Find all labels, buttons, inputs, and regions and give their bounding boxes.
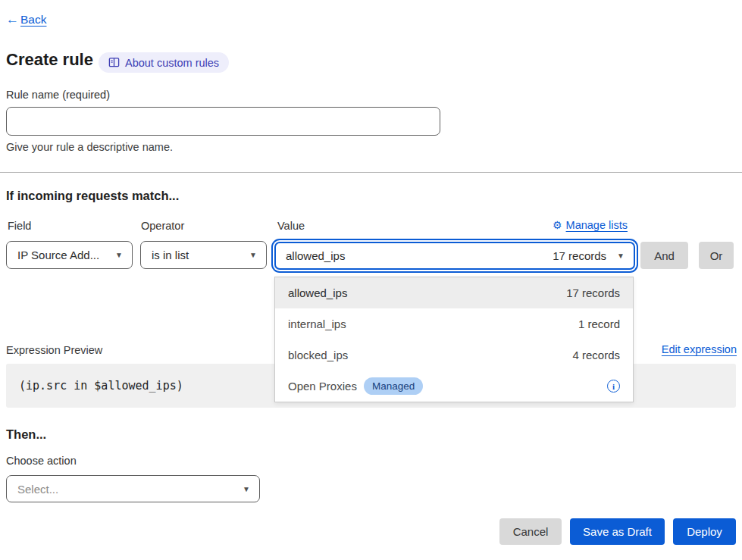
- operator-select-value: is in list: [152, 249, 189, 261]
- list-item-count: 4 records: [572, 349, 620, 361]
- chevron-down-icon: ▼: [243, 485, 250, 493]
- chevron-down-icon: ▼: [617, 252, 625, 260]
- value-select[interactable]: allowed_ips 17 records ▼: [274, 242, 635, 270]
- gear-icon: ⚙: [553, 219, 562, 231]
- chevron-down-icon: ▼: [115, 251, 123, 259]
- create-rule-page: ← Back Create rule About custom rules Ru…: [0, 0, 742, 560]
- value-dropdown-panel: allowed_ips 17 records internal_ips 1 re…: [274, 277, 634, 402]
- field-select-value: IP Source Add...: [17, 249, 99, 261]
- chevron-down-icon: ▼: [249, 251, 257, 259]
- and-button[interactable]: And: [640, 242, 688, 269]
- rule-name-helper-text: Give your rule a descriptive name.: [6, 141, 173, 153]
- list-item-internal-ips[interactable]: internal_ips 1 record: [275, 308, 633, 339]
- back-arrow-icon: ←: [6, 12, 19, 27]
- list-item-allowed-ips[interactable]: allowed_ips 17 records: [275, 277, 633, 308]
- match-section-heading: If incoming requests match...: [6, 189, 179, 203]
- list-item-count: 1 record: [578, 318, 620, 330]
- deploy-button[interactable]: Deploy: [673, 518, 736, 545]
- choose-action-label: Choose action: [6, 455, 77, 467]
- field-column-label: Field: [8, 220, 31, 232]
- edit-expression-link[interactable]: Edit expression: [662, 343, 737, 355]
- operator-select[interactable]: is in list ▼: [140, 241, 267, 269]
- or-button[interactable]: Or: [699, 242, 734, 269]
- list-item-open-proxies[interactable]: Open Proxies Managed i: [275, 371, 633, 402]
- list-item-count: 17 records: [566, 286, 620, 299]
- operator-column-label: Operator: [141, 220, 184, 232]
- action-select[interactable]: Select... ▼: [6, 475, 260, 502]
- manage-lists-label[interactable]: Manage lists: [566, 219, 628, 231]
- rule-name-label: Rule name (required): [6, 89, 110, 101]
- rule-name-input[interactable]: [6, 107, 440, 136]
- section-divider: [0, 172, 742, 173]
- value-column-label: Value: [277, 220, 305, 232]
- about-custom-rules-link[interactable]: About custom rules: [99, 52, 229, 73]
- action-select-placeholder: Select...: [17, 483, 58, 496]
- page-title: Create rule: [6, 50, 93, 70]
- field-select[interactable]: IP Source Add... ▼: [6, 241, 133, 269]
- expression-preview-label: Expression Preview: [6, 344, 102, 356]
- list-item-blocked-ips[interactable]: blocked_ips 4 records: [275, 339, 633, 371]
- save-as-draft-button[interactable]: Save as Draft: [570, 518, 665, 545]
- manage-lists-link[interactable]: ⚙ Manage lists: [553, 219, 628, 231]
- then-section-heading: Then...: [6, 427, 46, 442]
- value-select-count: 17 records: [553, 249, 606, 262]
- back-link[interactable]: ← Back: [6, 12, 46, 27]
- value-select-name: allowed_ips: [286, 249, 345, 262]
- list-item-name: internal_ips: [288, 318, 346, 330]
- managed-badge: Managed: [364, 377, 423, 395]
- back-link-label[interactable]: Back: [20, 13, 46, 27]
- list-item-name: Open Proxies: [288, 380, 357, 393]
- info-icon[interactable]: i: [607, 380, 620, 393]
- expression-code: (ip.src in $allowed_ips): [19, 379, 183, 393]
- book-icon: [108, 57, 120, 68]
- list-item-name: allowed_ips: [288, 286, 347, 299]
- cancel-button[interactable]: Cancel: [499, 518, 562, 545]
- about-custom-rules-label: About custom rules: [125, 57, 219, 69]
- list-item-name: blocked_ips: [288, 349, 348, 361]
